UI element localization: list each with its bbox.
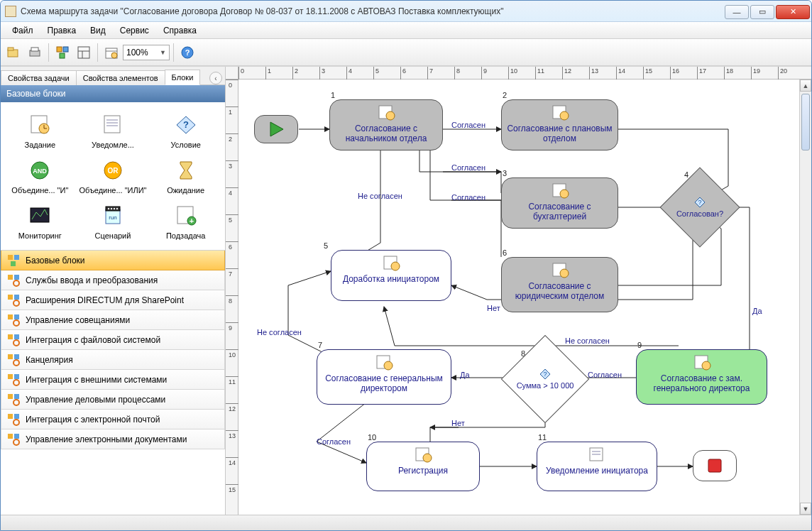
edge-label: Согласен <box>451 163 485 172</box>
flow-node-11[interactable]: Уведомление инициатора <box>537 442 657 491</box>
category-item[interactable]: Базовые блоки <box>1 251 225 270</box>
node-label: Согласование с генеральным директором <box>317 373 451 393</box>
minimize-button[interactable]: — <box>725 5 749 19</box>
palette-item-notification[interactable]: Уведомле... <box>77 109 150 152</box>
maximize-button[interactable]: ▭ <box>750 5 774 19</box>
palette-item-script[interactable]: run Сценарий <box>77 200 150 243</box>
category-item[interactable]: Канцелярия <box>1 350 225 370</box>
category-item[interactable]: Расширения DIRECTUM для SharePoint <box>1 290 225 310</box>
category-item[interactable]: Управление деловыми процессами <box>1 390 225 410</box>
palette-item-or[interactable]: OR Объедине... "ИЛИ" <box>77 155 150 197</box>
flow-node-7[interactable]: Согласование с генеральным директором <box>317 349 451 405</box>
svg-rect-43 <box>8 275 13 280</box>
app-window: Схема маршрута задачи "Согласование дого… <box>0 0 812 531</box>
svg-rect-50 <box>14 314 19 319</box>
palette-item-task[interactable]: Задание <box>4 109 77 152</box>
scroll-down-icon[interactable]: ▼ <box>800 503 811 515</box>
category-item[interactable]: Интеграция с внешними системами <box>1 370 225 390</box>
category-item[interactable]: Службы ввода и преобразования <box>1 270 225 290</box>
node-number: 2 <box>503 91 507 99</box>
script-icon: run <box>100 203 126 229</box>
tab-element-props[interactable]: Свойства элементов <box>76 70 165 85</box>
toolbar-blocks-icon[interactable] <box>53 43 72 62</box>
svg-rect-1 <box>8 48 13 50</box>
flow-decision-8[interactable]: ?Сумма > 10 000 <box>514 348 576 410</box>
toolbar-calendar-icon[interactable] <box>102 43 121 62</box>
svg-point-54 <box>13 340 19 346</box>
category-icon <box>7 294 20 307</box>
category-item[interactable]: Управление совещаниями <box>1 310 225 330</box>
svg-rect-59 <box>14 374 19 379</box>
palette-label: Мониторинг <box>18 231 62 240</box>
node-label: Согласование с зам. генерального директо… <box>637 373 767 393</box>
category-label: Интеграция с файловой системой <box>26 335 160 345</box>
category-label: Управление совещаниями <box>26 315 130 325</box>
toolbar-print-icon[interactable] <box>25 43 45 62</box>
scroll-thumb[interactable] <box>801 94 810 150</box>
palette-label: Подзадача <box>166 231 206 240</box>
zoom-select[interactable]: 100%▼ <box>123 45 170 60</box>
menu-service[interactable]: Сервис <box>113 23 156 38</box>
flow-node-5[interactable]: Доработка инициатором <box>331 250 451 301</box>
svg-rect-67 <box>8 434 13 439</box>
edge-label: Не согласен <box>257 328 302 336</box>
menu-file[interactable]: Файл <box>5 23 40 38</box>
palette-item-monitoring[interactable]: Мониторинг <box>4 200 77 243</box>
edge-label: Согласен <box>588 371 622 379</box>
notification-icon <box>100 112 126 138</box>
flow-node-3[interactable]: Согласование с бухгалтерией <box>501 177 618 229</box>
canvas-row: 0123456789101112131415 <box>226 80 811 515</box>
node-label: Согласован? <box>676 209 723 218</box>
tab-task-props[interactable]: Свойства задачи <box>1 70 77 85</box>
flow-node-2[interactable]: Согласование с плановым отделом <box>501 99 618 150</box>
stop-icon <box>707 458 723 473</box>
flow-node-9[interactable]: Согласование с зам. генерального директо… <box>636 349 767 405</box>
sidebar-tabs: Свойства задачи Свойства элементов Блоки… <box>1 67 225 85</box>
menu-edit[interactable]: Правка <box>40 23 84 38</box>
statusbar <box>1 515 811 530</box>
menu-help[interactable]: Справка <box>156 23 204 38</box>
svg-point-78 <box>560 269 569 278</box>
flow-node-6[interactable]: Согласование с юридическим отделом <box>501 257 618 312</box>
palette-item-and[interactable]: AND Объедине... "И" <box>4 155 77 197</box>
collapse-pane-icon[interactable]: ‹ <box>209 72 222 84</box>
category-item[interactable]: Интеграция с файловой системой <box>1 330 225 350</box>
svg-point-82 <box>391 262 400 270</box>
toolbar-layout-icon[interactable] <box>74 43 94 62</box>
menu-view[interactable]: Вид <box>83 23 113 38</box>
svg-point-34 <box>114 208 115 209</box>
svg-text:AND: AND <box>33 168 48 175</box>
scroll-up-icon[interactable]: ▲ <box>800 80 811 92</box>
palette-item-wait[interactable]: Ожидание <box>149 155 222 197</box>
svg-rect-58 <box>8 374 13 379</box>
palette-item-subtask[interactable]: + Подзадача <box>149 200 222 243</box>
flow-node-1[interactable]: Согласование с начальником отдела <box>329 99 443 150</box>
flow-decision-4[interactable]: ?Согласован? <box>671 179 728 236</box>
flow-node-10[interactable]: Регистрация <box>366 442 480 491</box>
svg-point-48 <box>13 300 19 306</box>
svg-text:?: ? <box>543 371 547 378</box>
toolbar-open-icon[interactable] <box>4 43 23 62</box>
svg-rect-6 <box>60 53 65 58</box>
node-number: 10 <box>368 433 376 442</box>
chevron-down-icon: ▼ <box>160 49 166 56</box>
svg-text:?: ? <box>183 119 189 130</box>
close-button[interactable]: ✕ <box>776 5 810 19</box>
svg-rect-49 <box>8 314 13 319</box>
task-icon <box>550 262 570 279</box>
palette-item-condition[interactable]: ? Условие <box>149 109 222 152</box>
ruler-corner <box>226 67 238 79</box>
tab-blocks[interactable]: Блоки <box>165 70 201 85</box>
toolbar-help-icon[interactable]: ? <box>177 43 197 62</box>
node-label: Согласование с юридическим отделом <box>502 281 618 301</box>
vertical-scrollbar[interactable]: ▲ ▼ <box>799 80 811 515</box>
edge-label: Согласен <box>451 121 485 129</box>
node-label: Регистрация <box>398 466 448 476</box>
category-icon <box>7 254 20 267</box>
category-item[interactable]: Управление электронными документами <box>1 429 225 449</box>
start-node[interactable] <box>254 115 298 143</box>
category-item[interactable]: Интеграция с электронной почтой <box>1 410 225 429</box>
end-node[interactable] <box>693 450 737 481</box>
workflow-canvas[interactable]: 1 Согласование с начальником отдела 2 Со… <box>238 80 811 515</box>
svg-rect-4 <box>57 47 62 52</box>
